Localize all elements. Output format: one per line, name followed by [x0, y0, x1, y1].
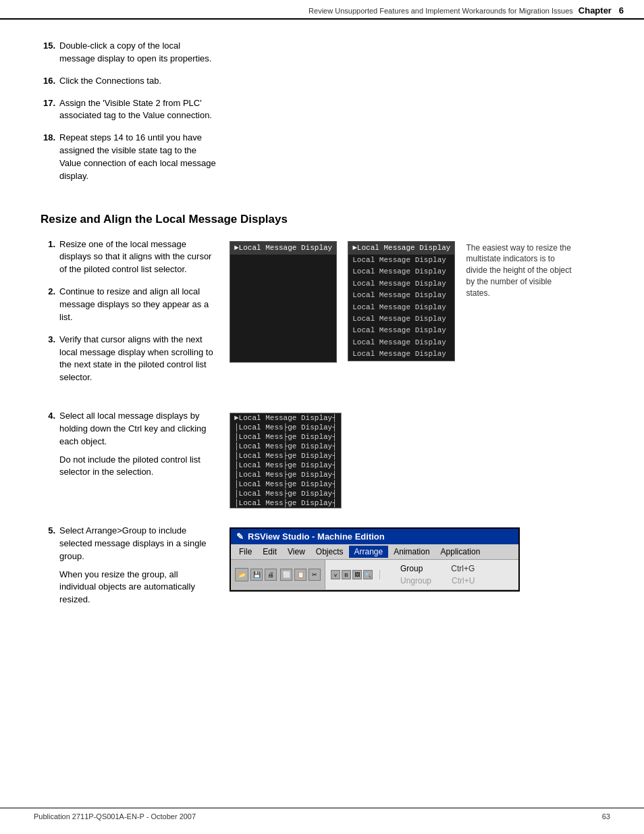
menu-animation[interactable]: Animation — [388, 546, 435, 558]
toolbar-btn-2[interactable]: 💾 — [250, 569, 263, 581]
display-row: │Local Mess├ge Display┤ — [230, 442, 341, 451]
display-box-single: ►Local Message Display — [230, 241, 337, 363]
menu-arrange[interactable]: Arrange — [349, 546, 389, 558]
display-row: │Local Mess├ge Display┤ — [230, 489, 341, 498]
display-row: │Local Mess├ge Display┤ — [230, 479, 341, 489]
step-5-list: 5. Select Arrange>Group to include selec… — [41, 525, 216, 606]
menu-file[interactable]: File — [234, 546, 257, 558]
page-header: Review Unsupported Features and Implemen… — [0, 0, 644, 20]
display-row: Local Message Display — [348, 348, 454, 360]
toolbar-btn-6[interactable]: ✂ — [308, 569, 321, 581]
display-row: Local Message Display — [348, 337, 454, 348]
list-item: 2. Continue to resize and align all loca… — [41, 286, 216, 324]
display-row: Local Message Display — [348, 313, 454, 325]
display-row-cursor: ►Local Message Display — [230, 242, 336, 255]
list-item: 18. Repeat steps 14 to 16 until you have… — [41, 132, 216, 182]
rsview-title-bar: ✎ RSView Studio - Machine Edition — [231, 529, 518, 544]
step-text: Resize one of the local message displays… — [59, 238, 216, 277]
display-box-selected: ►Local Message Display┤ │Local Mess├ge D… — [230, 413, 342, 509]
step-num: 4. — [41, 410, 55, 479]
step-num: 17. — [41, 97, 55, 123]
display-row: │Local Mess├ge Display┤ — [230, 498, 341, 508]
list-item: 15. Double-click a copy of the local mes… — [41, 40, 216, 66]
rsview-title-icon: ✎ — [236, 531, 244, 542]
step-text: Verify that cursor aligns with the next … — [59, 334, 216, 384]
step-num: 1. — [41, 238, 55, 277]
group-shortcut: Ctrl+G — [451, 564, 475, 573]
step-text: Click the Connections tab. — [59, 75, 161, 88]
header-review-text: Review Unsupported Features and Implemen… — [308, 7, 573, 15]
step-num: 18. — [41, 132, 55, 182]
arrange-dropdown: Group Ctrl+G Ungroup Ctrl+U — [400, 563, 475, 587]
display-row: Local Message Display — [348, 255, 454, 266]
page-number: 63 — [602, 812, 610, 820]
side-note: The easiest way to resize the multistate… — [466, 242, 574, 299]
display-row: │Local Mess├ge Display┤ — [230, 432, 341, 442]
toolbar-btn-4[interactable]: ⬜ — [280, 569, 292, 581]
list-item: 3. Verify that cursor aligns with the ne… — [41, 334, 216, 384]
toolbar-btn-3[interactable]: 🖨 — [265, 569, 277, 581]
step-num: 16. — [41, 75, 55, 88]
menu-view[interactable]: View — [282, 546, 311, 558]
display-row: │Local Mess├ge Display┤ — [230, 423, 341, 432]
ungroup-shortcut: Ctrl+U — [452, 576, 475, 585]
step-4-list: 4. Select all local message displays by … — [41, 410, 216, 479]
header-chapter: Chapter 6 — [579, 5, 624, 16]
list-item: 1. Resize one of the local message displ… — [41, 238, 216, 277]
steps-block-2: 1. Resize one of the local message displ… — [41, 238, 216, 384]
display-row: │Local Mess├ge Display┤ — [230, 470, 341, 479]
display-row: │Local Mess├ge Display┤ — [230, 451, 341, 461]
display-row: Local Message Display — [348, 278, 454, 290]
step-num: 2. — [41, 286, 55, 324]
step-sub-text: When you resize the group, all individua… — [59, 569, 216, 607]
step-text: Select all local message displays by hol… — [59, 410, 216, 448]
arrange-group-row: Group Ctrl+G — [400, 564, 475, 573]
display-row: │Local Mess├ge Display┤ — [230, 461, 341, 470]
display-box-multi: ►Local Message Display Local Message Dis… — [348, 241, 455, 361]
step-num: 3. — [41, 334, 55, 384]
mini-btn[interactable]: 🔍 — [363, 570, 373, 579]
step-text: Double-click a copy of the local message… — [59, 40, 216, 66]
list-item: 4. Select all local message displays by … — [41, 410, 216, 479]
publication-info: Publication 2711P-QS001A-EN-P - October … — [34, 812, 196, 820]
display-row: ►Local Message Display┤ — [230, 413, 341, 423]
step-text: Assign the 'Visible State 2 from PLC' as… — [59, 97, 216, 123]
display-row: Local Message Display — [348, 325, 454, 336]
display-row: Local Message Display — [348, 290, 454, 301]
list-item: 17. Assign the 'Visible State 2 from PLC… — [41, 97, 216, 123]
mini-btn[interactable]: B — [342, 570, 351, 579]
menu-objects[interactable]: Objects — [311, 546, 349, 558]
step-sub-text: Do not include the piloted control list … — [59, 454, 216, 479]
display-row: Local Message Display — [348, 266, 454, 278]
section-heading: Resize and Align the Local Message Displ… — [41, 213, 610, 226]
display-row: Local Message Display — [348, 302, 454, 313]
step-text: Select Arrange>Group to include selected… — [59, 525, 216, 563]
menu-edit[interactable]: Edit — [257, 546, 282, 558]
steps-block-1: 15. Double-click a copy of the local mes… — [41, 40, 216, 183]
rsview-dialog: ✎ RSView Studio - Machine Edition File E… — [230, 527, 520, 592]
mini-btn[interactable]: v — [331, 570, 340, 579]
toolbar-btn-5[interactable]: 📋 — [294, 569, 306, 581]
step-text: Repeat steps 14 to 16 until you have ass… — [59, 132, 216, 182]
mini-btn[interactable]: 🖼 — [352, 570, 362, 579]
step-text: Continue to resize and align all local m… — [59, 286, 216, 324]
step-num: 5. — [41, 525, 55, 606]
page-footer: Publication 2711P-QS001A-EN-P - October … — [0, 808, 644, 820]
step-num: 15. — [41, 40, 55, 66]
arrange-ungroup-row: Ungroup Ctrl+U — [400, 576, 475, 585]
display-row-cursor2: ►Local Message Display — [348, 242, 454, 255]
list-item: 5. Select Arrange>Group to include selec… — [41, 525, 216, 606]
menu-application[interactable]: Application — [435, 546, 486, 558]
toolbar-btn-1[interactable]: 📂 — [235, 568, 248, 581]
page-content: 15. Double-click a copy of the local mes… — [0, 20, 644, 652]
list-item: 16. Click the Connections tab. — [41, 75, 216, 88]
group-label[interactable]: Group — [400, 564, 423, 573]
rsview-title-text: RSView Studio - Machine Edition — [248, 531, 385, 542]
rsview-menu-bar: File Edit View Objects Arrange Animation… — [231, 544, 518, 560]
ungroup-label[interactable]: Ungroup — [400, 576, 431, 585]
